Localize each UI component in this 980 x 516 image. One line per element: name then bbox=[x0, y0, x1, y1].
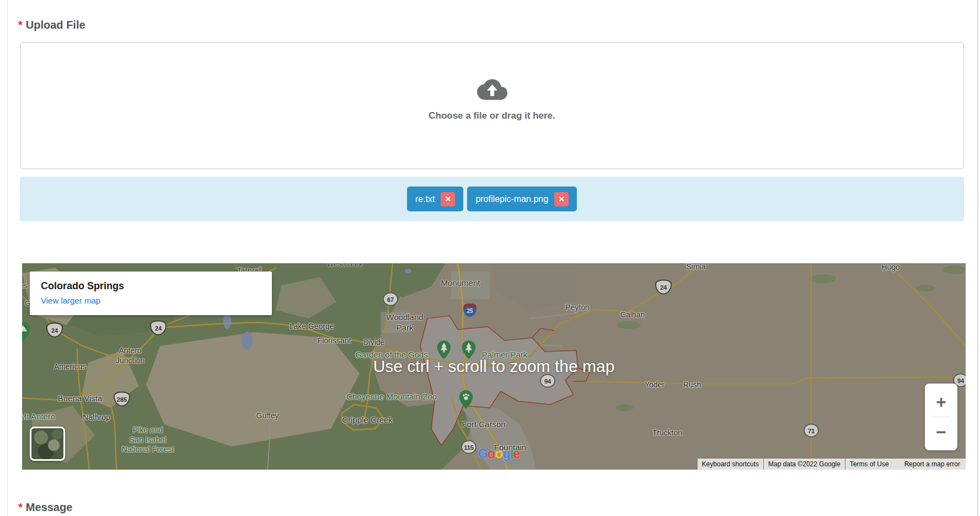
map-info-card: Colorado Springs View larger map bbox=[30, 272, 272, 315]
upload-file-label: *Upload File bbox=[18, 19, 85, 31]
page-left-border bbox=[7, 0, 8, 516]
dropzone-text: Choose a file or drag it here. bbox=[429, 110, 555, 121]
message-label-text: Message bbox=[26, 501, 73, 513]
google-logo[interactable]: Google bbox=[478, 446, 520, 461]
message-label: *Message bbox=[18, 501, 72, 514]
file-chip: profilepic-man.png× bbox=[467, 187, 577, 211]
google-logo-letter: G bbox=[478, 446, 488, 461]
attribution-links: Terms of Use Report a map error bbox=[845, 459, 966, 470]
remove-file-button[interactable]: × bbox=[554, 192, 569, 206]
report-map-error-link[interactable]: Report a map error bbox=[904, 460, 960, 468]
file-dropzone[interactable]: Choose a file or drag it here. bbox=[20, 42, 964, 169]
page-right-border bbox=[977, 0, 978, 516]
file-chip-name: re.txt bbox=[415, 194, 435, 204]
required-asterisk: * bbox=[18, 19, 23, 31]
zoom-in-button[interactable]: + bbox=[925, 387, 957, 417]
map-scroll-hint: Use ctrl + scroll to zoom the map bbox=[373, 357, 615, 376]
keyboard-shortcuts-button[interactable]: Keyboard shortcuts bbox=[698, 459, 763, 470]
google-logo-letter: o bbox=[495, 446, 502, 461]
file-chip-name: profilepic-man.png bbox=[475, 194, 548, 204]
map-zoom-control: + − bbox=[925, 384, 957, 450]
google-logo-letter: e bbox=[513, 446, 520, 461]
file-chip: re.txt× bbox=[407, 187, 464, 211]
map-data-notice: Map data ©2022 Google bbox=[764, 459, 845, 470]
required-asterisk: * bbox=[18, 501, 23, 513]
remove-file-button[interactable]: × bbox=[441, 192, 455, 206]
view-larger-map-link[interactable]: View larger map bbox=[41, 296, 100, 305]
google-logo-letter: o bbox=[488, 446, 495, 461]
upload-file-label-text: Upload File bbox=[26, 19, 85, 31]
map-place-title: Colorado Springs bbox=[41, 280, 261, 292]
google-map-embed[interactable]: WestcreekTarryallMonumentSimlaHugoPeyton… bbox=[22, 263, 966, 470]
satellite-view-toggle[interactable] bbox=[30, 427, 65, 461]
terms-of-use-link[interactable]: Terms of Use bbox=[850, 460, 889, 468]
uploaded-files-bar: re.txt×profilepic-man.png× bbox=[20, 177, 964, 221]
google-logo-letter: g bbox=[502, 446, 510, 461]
map-attribution-bar: Keyboard shortcuts Map data ©2022 Google… bbox=[698, 459, 966, 470]
cloud-upload-icon bbox=[476, 77, 507, 103]
zoom-out-button[interactable]: − bbox=[925, 417, 957, 447]
